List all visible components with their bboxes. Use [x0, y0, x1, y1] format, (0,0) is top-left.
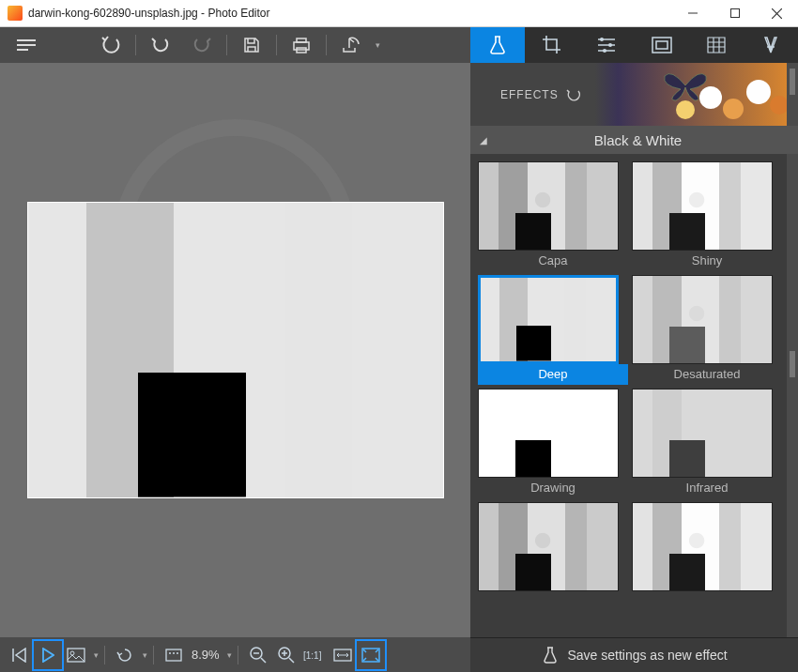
effect-label [632, 591, 782, 612]
effect-label: Deep [478, 364, 628, 385]
gallery-button[interactable] [62, 641, 90, 669]
effect-item-6[interactable] [478, 502, 628, 612]
undo-button[interactable] [90, 27, 131, 63]
svg-line-3 [772, 8, 782, 19]
scrollbar[interactable] [787, 63, 798, 126]
effects-panel: EFFECTS ◢ Black & White C [470, 63, 798, 637]
separator [326, 35, 327, 55]
svg-line-28 [289, 658, 294, 663]
actual-size-button[interactable]: [1:1] [300, 641, 329, 669]
effects-label: EFFECTS [500, 88, 559, 101]
separator [104, 646, 105, 664]
menu-button[interactable] [9, 27, 43, 63]
texture-icon [706, 36, 727, 54]
fit-width-button[interactable] [329, 641, 357, 669]
share-button[interactable] [330, 27, 372, 63]
titlebar: darwin-kong-602890-unsplash.jpg - Photo … [0, 0, 798, 27]
effect-capa[interactable]: Capa [478, 161, 628, 271]
crop-icon [542, 35, 562, 55]
effect-drawing[interactable]: Drawing [478, 389, 628, 498]
svg-rect-18 [166, 649, 181, 661]
flowers-decoration [667, 72, 798, 124]
separator [238, 646, 238, 664]
effect-desaturated[interactable]: Desaturated [632, 275, 782, 385]
save-button[interactable] [231, 27, 272, 63]
minimize-button[interactable] [671, 0, 714, 27]
play-button[interactable] [34, 641, 62, 669]
print-button[interactable] [281, 27, 322, 63]
svg-line-24 [261, 658, 266, 663]
svg-point-20 [173, 652, 175, 654]
chevron-down-icon[interactable]: ▾ [94, 650, 99, 660]
category-header[interactable]: ◢ Black & White [470, 126, 798, 154]
effects-banner: EFFECTS [470, 63, 798, 126]
close-button[interactable] [756, 0, 798, 27]
scrollbar[interactable] [787, 154, 798, 637]
thumbnail-image [633, 162, 772, 250]
separator [226, 35, 227, 55]
chevron-down-icon[interactable]: ▾ [376, 40, 380, 50]
frame-icon [652, 37, 672, 53]
zoom-in-button[interactable] [272, 641, 300, 669]
undo-effects-button[interactable] [566, 88, 581, 101]
effect-shiny[interactable]: Shiny [632, 161, 782, 271]
rotate-button[interactable] [111, 641, 139, 669]
bottom-bar: ▾ ▾ 8.9% ▾ [1:1] Save settings as new ef [0, 637, 798, 672]
sliders-icon [596, 36, 617, 54]
maximize-button[interactable] [714, 0, 756, 27]
thumbnail-image [633, 503, 772, 590]
main-area: EFFECTS ◢ Black & White C [0, 63, 798, 637]
scroll-up-icon [790, 69, 795, 95]
thumbnail-image [479, 503, 618, 590]
chevron-down-icon[interactable]: ▾ [227, 650, 232, 660]
separator [135, 35, 136, 55]
flask-icon [487, 35, 508, 55]
svg-point-10 [600, 38, 604, 41]
svg-rect-14 [656, 41, 668, 49]
svg-point-12 [603, 49, 606, 53]
bottom-toolbar: ▾ ▾ 8.9% ▾ [1:1] [0, 637, 470, 672]
undo-step-button[interactable] [140, 27, 181, 63]
flask-icon [541, 646, 560, 664]
effect-thumbnail [478, 161, 619, 251]
fit-screen-button[interactable] [357, 641, 385, 669]
effect-thumbnail [478, 389, 619, 478]
svg-line-2 [772, 8, 782, 19]
redo-step-button[interactable] [181, 27, 223, 63]
tab-crop[interactable] [525, 27, 579, 63]
effect-thumbnail [478, 502, 619, 591]
thumbnail-image [633, 389, 772, 477]
effect-label: Infrared [632, 478, 782, 498]
canvas-area[interactable] [0, 63, 470, 637]
tab-effects[interactable] [470, 27, 525, 63]
tab-text[interactable] [744, 27, 798, 63]
photo-preview[interactable] [27, 202, 444, 498]
effect-label [478, 591, 628, 612]
effect-label: Desaturated [632, 364, 782, 385]
tab-texture[interactable] [689, 27, 744, 63]
app-icon [8, 6, 23, 21]
chevron-down-icon[interactable]: ▾ [143, 650, 147, 660]
effect-deep[interactable]: Deep [478, 275, 628, 385]
effect-thumbnail [632, 161, 773, 251]
toolbar: ▾ [0, 27, 798, 63]
svg-point-11 [608, 43, 612, 47]
effect-thumbnail [478, 275, 619, 364]
scroll-thumb[interactable] [790, 351, 795, 377]
effect-label: Shiny [632, 251, 782, 271]
first-image-button[interactable] [6, 641, 34, 669]
effect-thumbnail [632, 275, 773, 364]
svg-rect-1 [730, 9, 739, 18]
effect-infrared[interactable]: Infrared [632, 389, 782, 498]
save-effect-button[interactable]: Save settings as new effect [470, 637, 798, 672]
effect-item-7[interactable] [632, 502, 782, 612]
collapse-icon: ◢ [480, 135, 487, 145]
category-title: Black & White [497, 132, 779, 148]
tab-frame[interactable] [635, 27, 689, 63]
zoom-preset-button[interactable] [160, 641, 188, 669]
zoom-out-button[interactable] [244, 641, 272, 669]
effect-thumbnail [632, 502, 773, 591]
svg-text:[1:1]: [1:1] [303, 650, 322, 661]
tab-adjust[interactable] [579, 27, 634, 63]
thumbnail-image [479, 162, 618, 250]
